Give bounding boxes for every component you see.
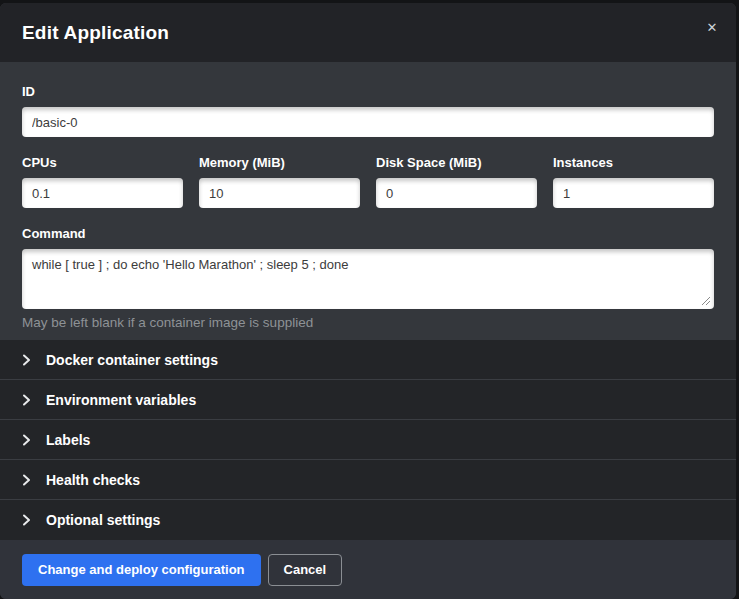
chevron-right-icon bbox=[22, 433, 31, 447]
cpus-input[interactable] bbox=[22, 178, 183, 208]
field-cpus: CPUs bbox=[22, 155, 183, 208]
field-instances: Instances bbox=[553, 155, 714, 208]
field-id: ID bbox=[22, 84, 714, 137]
memory-label: Memory (MiB) bbox=[199, 155, 360, 170]
collapsible-sections: Docker container settings Environment va… bbox=[0, 340, 736, 540]
disk-input[interactable] bbox=[376, 178, 537, 208]
section-labels[interactable]: Labels bbox=[0, 420, 736, 460]
instances-input[interactable] bbox=[553, 178, 714, 208]
modal-header: Edit Application ✕ bbox=[0, 3, 736, 62]
chevron-right-icon bbox=[22, 393, 31, 407]
resources-row: CPUs Memory (MiB) Disk Space (MiB) Insta… bbox=[22, 155, 714, 208]
command-label: Command bbox=[22, 226, 714, 241]
field-memory: Memory (MiB) bbox=[199, 155, 360, 208]
command-textarea[interactable]: while [ true ] ; do echo 'Hello Marathon… bbox=[22, 249, 714, 309]
section-label: Labels bbox=[46, 432, 90, 448]
id-label: ID bbox=[22, 84, 714, 99]
section-label: Environment variables bbox=[46, 392, 196, 408]
chevron-right-icon bbox=[22, 513, 31, 527]
application-form: ID CPUs Memory (MiB) Disk Space (MiB) In… bbox=[0, 62, 736, 340]
section-label: Optional settings bbox=[46, 512, 160, 528]
chevron-right-icon bbox=[22, 353, 31, 367]
chevron-right-icon bbox=[22, 473, 31, 487]
cancel-button[interactable]: Cancel bbox=[268, 554, 343, 586]
section-optional-settings[interactable]: Optional settings bbox=[0, 500, 736, 540]
section-label: Health checks bbox=[46, 472, 140, 488]
section-docker-container-settings[interactable]: Docker container settings bbox=[0, 340, 736, 380]
change-and-deploy-button[interactable]: Change and deploy configuration bbox=[22, 554, 261, 586]
instances-label: Instances bbox=[553, 155, 714, 170]
cpus-label: CPUs bbox=[22, 155, 183, 170]
close-icon[interactable]: ✕ bbox=[703, 19, 721, 37]
modal-footer: Change and deploy configuration Cancel bbox=[0, 540, 736, 599]
id-input[interactable] bbox=[22, 107, 714, 137]
section-health-checks[interactable]: Health checks bbox=[0, 460, 736, 500]
edit-application-modal: Edit Application ✕ ID CPUs Memory (MiB) … bbox=[0, 3, 736, 599]
disk-label: Disk Space (MiB) bbox=[376, 155, 537, 170]
memory-input[interactable] bbox=[199, 178, 360, 208]
field-command: Command while [ true ] ; do echo 'Hello … bbox=[22, 226, 714, 330]
section-environment-variables[interactable]: Environment variables bbox=[0, 380, 736, 420]
section-label: Docker container settings bbox=[46, 352, 218, 368]
command-help-text: May be left blank if a container image i… bbox=[22, 315, 714, 330]
page-title: Edit Application bbox=[22, 22, 169, 44]
field-disk: Disk Space (MiB) bbox=[376, 155, 537, 208]
